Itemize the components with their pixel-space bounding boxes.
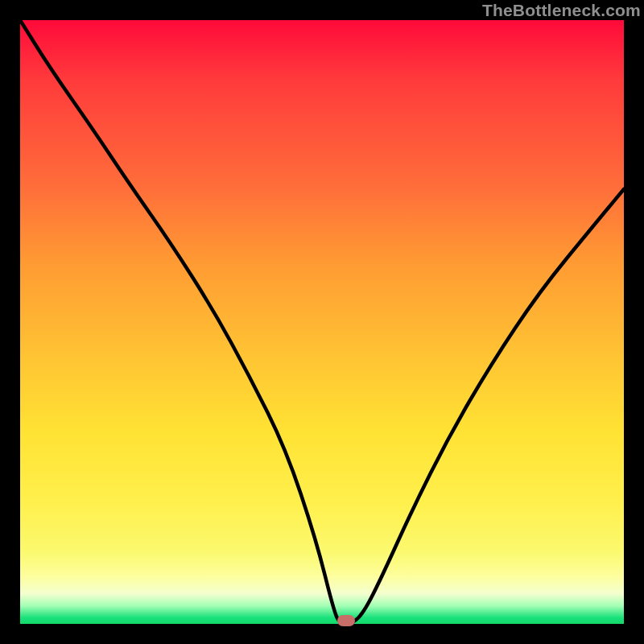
chart-frame: TheBottleneck.com bbox=[0, 0, 644, 644]
optimum-marker bbox=[337, 615, 355, 626]
bottleneck-curve bbox=[20, 20, 624, 624]
plot-area bbox=[20, 20, 624, 624]
watermark-label: TheBottleneck.com bbox=[482, 1, 641, 20]
